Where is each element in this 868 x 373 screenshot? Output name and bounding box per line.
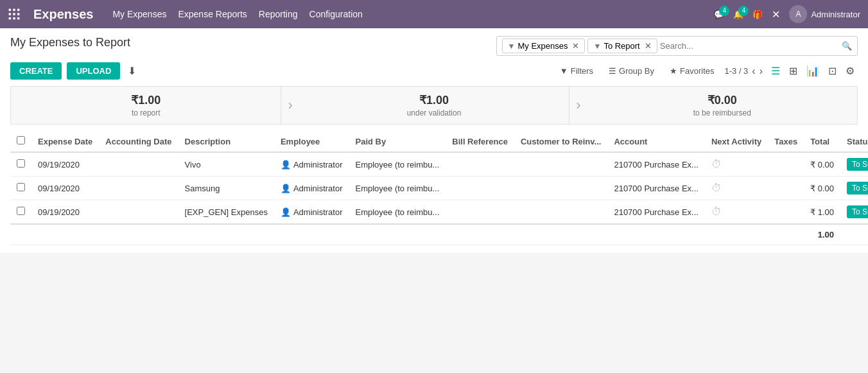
search-input[interactable] xyxy=(657,39,842,53)
pivot-view-button[interactable]: ⊡ xyxy=(825,63,840,79)
cell-taxes xyxy=(768,177,804,200)
col-employee[interactable]: Employee xyxy=(274,131,349,152)
list-view-button[interactable]: ☰ xyxy=(768,63,783,79)
status-badge[interactable]: To Submit xyxy=(847,205,868,218)
svg-rect-6 xyxy=(9,17,11,19)
cell-paid-by: Employee (to reimbu... xyxy=(349,152,446,177)
select-all-header[interactable] xyxy=(10,131,31,152)
filter-to-report[interactable]: ▼ To Report ✕ xyxy=(587,39,657,53)
settings-view-button[interactable]: ⚙ xyxy=(842,63,858,79)
kanban-view-button[interactable]: ⊞ xyxy=(786,63,801,79)
search-icon[interactable]: 🔍 xyxy=(842,41,852,51)
svg-rect-3 xyxy=(9,13,11,15)
svg-rect-2 xyxy=(17,9,19,11)
employee-icon: 👤 xyxy=(281,207,291,217)
summary-under-validation[interactable]: ₹1.00 under validation xyxy=(299,87,569,124)
favorites-button[interactable]: ★ Favorites xyxy=(664,64,719,78)
col-total[interactable]: Total xyxy=(804,131,840,152)
cell-next-activity[interactable]: ⏱ xyxy=(705,152,768,177)
notifications-count: 4 xyxy=(738,6,749,16)
notifications-badge[interactable]: 🔔 4 xyxy=(733,10,743,19)
gifts-icon[interactable]: 🎁 xyxy=(752,10,763,19)
cell-customer-reinv xyxy=(514,152,607,177)
app-title: Expenses xyxy=(33,7,93,22)
employee-icon: 👤 xyxy=(281,184,291,193)
download-button[interactable]: ⬇ xyxy=(125,62,139,80)
pagination-prev[interactable]: ‹ xyxy=(752,65,755,77)
avatar: A xyxy=(789,5,807,23)
cell-expense-date: 09/19/2020 xyxy=(31,177,99,200)
row-checkbox[interactable] xyxy=(10,177,31,200)
col-paid-by[interactable]: Paid By xyxy=(349,131,446,152)
cell-paid-by: Employee (to reimbu... xyxy=(349,177,446,200)
to-report-label: to report xyxy=(21,108,270,117)
status-badge[interactable]: To Submit xyxy=(847,182,868,195)
cell-next-activity[interactable]: ⏱ xyxy=(705,177,768,200)
col-bill-reference[interactable]: Bill Reference xyxy=(446,131,514,152)
col-status[interactable]: Status xyxy=(840,131,868,152)
star-icon: ★ xyxy=(670,66,677,76)
menu-reporting[interactable]: Reporting xyxy=(259,9,298,19)
messages-badge[interactable]: 💬 4 xyxy=(714,10,724,19)
user-menu[interactable]: A Administrator xyxy=(789,5,860,23)
filter-funnel-icon: ▼ xyxy=(560,66,568,76)
filter-my-expenses[interactable]: ▼ My Expenses ✕ xyxy=(502,39,586,53)
totals-row: 1.00 xyxy=(10,224,868,245)
filters-button[interactable]: ▼ Filters xyxy=(555,64,598,78)
status-badge[interactable]: To Submit xyxy=(847,158,868,171)
row-checkbox[interactable] xyxy=(10,200,31,225)
filter-remove2[interactable]: ✕ xyxy=(645,41,652,51)
cell-employee: 👤Administrator xyxy=(274,200,349,225)
chart-view-button[interactable]: 📊 xyxy=(803,63,822,79)
groupby-icon: ☰ xyxy=(609,66,616,76)
col-accounting-date[interactable]: Accounting Date xyxy=(99,131,178,152)
row-checkbox[interactable] xyxy=(10,152,31,177)
funnel-icon2: ▼ xyxy=(593,42,601,51)
cell-customer-reinv xyxy=(514,177,607,200)
create-button[interactable]: CREATE xyxy=(10,62,62,80)
cell-account: 210700 Purchase Ex... xyxy=(607,177,705,200)
groupby-button[interactable]: ☰ Group By xyxy=(603,64,659,78)
svg-rect-4 xyxy=(13,13,15,15)
cell-status[interactable]: To Submit xyxy=(840,152,868,177)
col-next-activity[interactable]: Next Activity xyxy=(705,131,768,152)
page-content: My Expenses to Report ▼ My Expenses ✕ ▼ … xyxy=(0,28,868,253)
summary-to-be-reimbursed[interactable]: ₹0.00 to be reimbursed xyxy=(587,87,857,124)
summary-to-report[interactable]: ₹1.00 to report xyxy=(11,87,281,124)
main-menu: My Expenses Expense Reports Reporting Co… xyxy=(112,9,362,19)
cell-bill-reference xyxy=(446,177,514,200)
close-icon[interactable]: ✕ xyxy=(772,8,780,21)
col-description[interactable]: Description xyxy=(178,131,274,152)
apps-menu-button[interactable] xyxy=(8,8,21,21)
menu-my-expenses[interactable]: My Expenses xyxy=(112,9,166,19)
select-all-checkbox[interactable] xyxy=(17,136,25,144)
svg-rect-5 xyxy=(17,13,19,15)
col-expense-date[interactable]: Expense Date xyxy=(31,131,99,152)
cell-customer-reinv xyxy=(514,200,607,225)
upload-button[interactable]: UPLOAD xyxy=(67,62,120,80)
under-validation-label: under validation xyxy=(309,108,559,117)
cell-bill-reference xyxy=(446,200,514,225)
cell-next-activity[interactable]: ⏱ xyxy=(705,200,768,225)
menu-expense-reports[interactable]: Expense Reports xyxy=(178,9,247,19)
cell-status[interactable]: To Submit xyxy=(840,177,868,200)
search-bar[interactable]: ▼ My Expenses ✕ ▼ To Report ✕ 🔍 xyxy=(496,36,858,56)
activity-clock-icon: ⏱ xyxy=(711,206,722,217)
cell-employee: 👤Administrator xyxy=(274,152,349,177)
col-taxes[interactable]: Taxes xyxy=(768,131,804,152)
cell-employee: 👤Administrator xyxy=(274,177,349,200)
cell-status[interactable]: To Submit xyxy=(840,200,868,225)
pagination-next[interactable]: › xyxy=(759,65,763,77)
cell-description: Vivo xyxy=(178,152,274,177)
menu-configuration[interactable]: Configuration xyxy=(309,9,363,19)
summary-arrow-2: › xyxy=(569,97,587,114)
cell-accounting-date xyxy=(99,177,178,200)
cell-account: 210700 Purchase Ex... xyxy=(607,200,705,225)
cell-description: [EXP_GEN] Expenses xyxy=(178,200,274,225)
col-account[interactable]: Account xyxy=(607,131,705,152)
messages-count: 4 xyxy=(719,6,729,16)
col-customer-reinv[interactable]: Customer to Reinv... xyxy=(514,131,607,152)
filter-remove[interactable]: ✕ xyxy=(572,41,579,51)
username: Administrator xyxy=(811,10,860,19)
pagination-info: 1-3 / 3 xyxy=(724,66,748,76)
